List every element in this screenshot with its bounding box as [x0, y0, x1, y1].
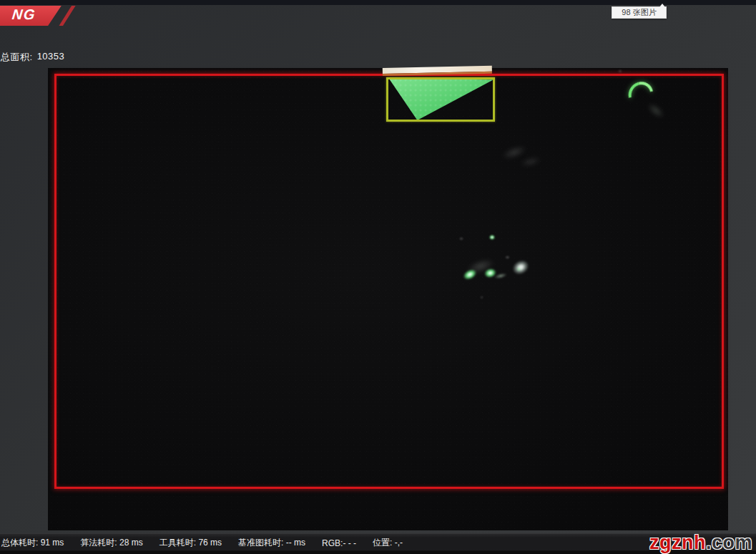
- defect-blob: [618, 69, 622, 73]
- status-total-time: 总体耗时: 91 ms: [1, 537, 64, 549]
- total-area-readout: 总面积: 10353: [1, 51, 64, 64]
- title-strip: [0, 0, 756, 5]
- image-count-label: 98 张图片: [622, 7, 656, 18]
- inspection-app-window: NG 98 张图片 总面积: 10353 总体耗时: 91 ms 算法耗时: 2…: [0, 0, 756, 554]
- detection-box: [386, 77, 495, 122]
- image-count-tooltip: 98 张图片: [612, 6, 667, 19]
- status-tool-time: 工具耗时: 76 ms: [159, 537, 222, 549]
- status-rgb-readout: RGB:- - -: [322, 538, 356, 548]
- tooltip-arrow-icon: [659, 4, 665, 7]
- roi-rectangle: [54, 74, 724, 489]
- result-badge-label: NG: [11, 6, 36, 23]
- camera-image-viewer[interactable]: [48, 68, 728, 530]
- total-area-label: 总面积:: [1, 51, 33, 64]
- status-bar: 总体耗时: 91 ms 算法耗时: 28 ms 工具耗时: 76 ms 基准图耗…: [0, 533, 756, 554]
- total-area-value: 10353: [37, 51, 65, 64]
- watermark: zgznh.com: [649, 533, 752, 553]
- result-badge-ng: NG: [0, 6, 79, 26]
- status-baseline-time: 基准图耗时: -- ms: [238, 537, 305, 549]
- watermark-secondary: .com: [706, 532, 752, 553]
- status-algorithm-time: 算法耗时: 28 ms: [80, 537, 142, 549]
- watermark-primary: zgznh: [649, 532, 706, 553]
- status-position-readout: 位置: -,-: [373, 537, 403, 549]
